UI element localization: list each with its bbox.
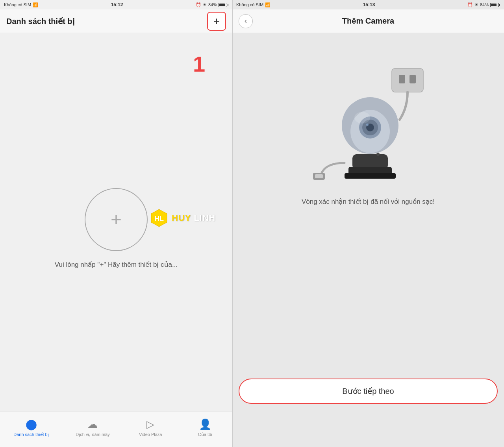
step-1-label: 1 (193, 51, 205, 77)
add-device-circle[interactable]: + (85, 188, 148, 251)
tab-video-plaza-label: Video Plaza (139, 432, 162, 437)
add-device-icon: + (213, 16, 220, 27)
right-instruction-text: Vòng xác nhận thiết bị đã nối với nguồn … (286, 197, 450, 207)
left-wifi-icon: 📶 (33, 2, 38, 7)
right-alarm-icon: ⏰ (467, 2, 473, 7)
right-battery-icon (490, 3, 500, 7)
right-status-left: Không có SIM 📶 (236, 2, 271, 7)
tab-device-list-label: Danh sách thiết bị (13, 432, 49, 437)
left-battery-percent: 84% (208, 2, 217, 7)
tab-profile-icon: 👤 (199, 418, 211, 430)
left-status-left: Không có SIM 📶 (4, 2, 38, 7)
back-button[interactable]: ‹ (239, 14, 253, 28)
left-header: Danh sách thiết bị + (0, 9, 232, 33)
tab-video-plaza[interactable]: ▷ Video Plaza (137, 418, 164, 437)
right-wifi-icon: 📶 (265, 2, 271, 7)
watermark: HL HUY LINH (150, 209, 216, 227)
tab-profile[interactable]: 👤 Của tôi (191, 418, 219, 437)
tab-cloud-icon: ☁ (87, 418, 98, 430)
svg-rect-11 (345, 173, 396, 179)
svg-text:HL: HL (154, 215, 164, 223)
right-panel: Không có SIM 📶 15:13 ⏰ ☀ 84% ‹ Thêm Came… (232, 0, 504, 447)
watermark-text: HUY LINH (172, 213, 216, 223)
svg-rect-1 (399, 75, 405, 83)
next-button[interactable]: Bước tiếp theo (239, 379, 498, 404)
panel-divider (232, 0, 233, 447)
svg-point-14 (376, 153, 380, 156)
left-alarm-icon: ⏰ (196, 2, 201, 7)
left-brightness-icon: ☀ (203, 2, 207, 7)
left-instruction-text: Vui lòng nhấp "+" Hãy thêm thiết bị của.… (47, 260, 186, 269)
svg-point-15 (354, 112, 370, 124)
tab-device-list[interactable]: ⬤ Danh sách thiết bị (13, 418, 49, 437)
svg-rect-13 (315, 174, 323, 178)
tab-cloud-label: Dịch vụ đám mây (76, 432, 109, 437)
right-carrier: Không có SIM (236, 2, 263, 7)
watermark-hex-icon: HL (150, 209, 169, 227)
camera-illustration (301, 57, 435, 190)
right-header: ‹ Thêm Camera (232, 9, 504, 33)
svg-rect-2 (410, 75, 416, 83)
left-tab-bar: ⬤ Danh sách thiết bị ☁ Dịch vụ đám mây ▷… (0, 412, 232, 447)
svg-rect-0 (392, 68, 423, 92)
right-header-title: Thêm Camera (258, 17, 498, 26)
left-battery-icon (219, 3, 228, 7)
back-icon: ‹ (245, 17, 247, 25)
right-battery-percent: 84% (480, 2, 489, 7)
right-status-bar: Không có SIM 📶 15:13 ⏰ ☀ 84% (232, 0, 504, 9)
right-brightness-icon: ☀ (474, 2, 478, 7)
tab-video-plaza-icon: ▷ (146, 418, 154, 430)
add-circle-icon: + (111, 210, 122, 229)
left-time: 15:12 (111, 2, 123, 7)
camera-svg (301, 57, 435, 190)
left-header-title: Danh sách thiết bị (6, 17, 75, 26)
left-carrier: Không có SIM (4, 2, 31, 7)
right-time: 15:13 (363, 2, 375, 7)
left-status-right: ⏰ ☀ 84% (196, 2, 228, 7)
add-device-button[interactable]: + (207, 12, 226, 31)
tab-device-list-icon: ⬤ (26, 418, 37, 430)
left-status-bar: Không có SIM 📶 15:12 ⏰ ☀ 84% (0, 0, 232, 9)
tab-profile-label: Của tôi (198, 432, 212, 437)
left-content: + Vui lòng nhấp "+" Hãy thêm thiết bị củ… (0, 33, 232, 447)
next-button-label: Bước tiếp theo (342, 386, 394, 396)
svg-point-8 (366, 124, 369, 126)
right-status-right: ⏰ ☀ 84% (467, 2, 500, 7)
tab-cloud[interactable]: ☁ Dịch vụ đám mây (76, 418, 109, 437)
